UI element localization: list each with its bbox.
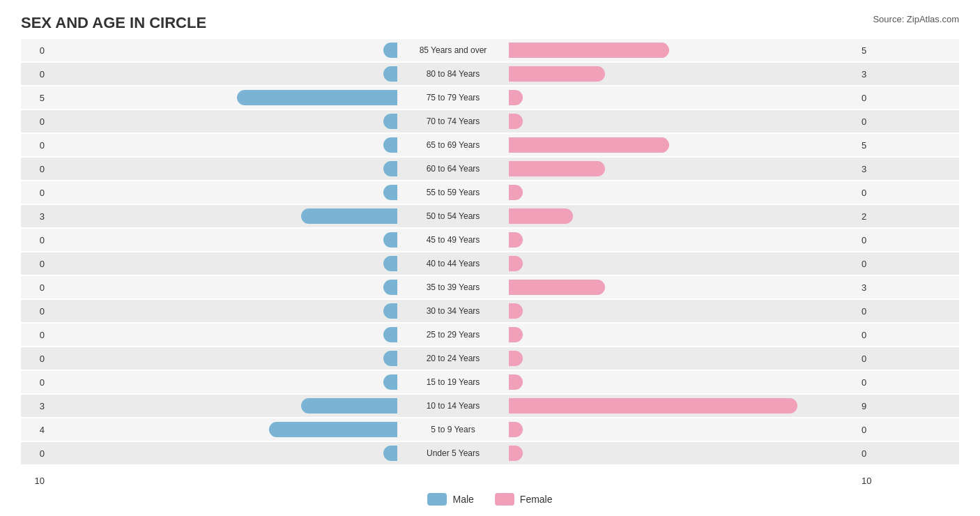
male-value: 0 bbox=[21, 164, 49, 174]
left-bar-area bbox=[49, 374, 397, 390]
table-row: 0 65 to 69 Years 5 bbox=[21, 134, 959, 156]
axis-right-label: 10 bbox=[857, 476, 885, 486]
right-bar-area bbox=[509, 422, 857, 437]
age-label: Under 5 Years bbox=[397, 448, 509, 458]
female-value: 3 bbox=[857, 69, 885, 79]
bar-male bbox=[383, 114, 397, 129]
left-bar-area bbox=[49, 232, 397, 248]
female-value: 0 bbox=[857, 306, 885, 317]
left-bar-area bbox=[49, 90, 397, 105]
female-value: 3 bbox=[857, 164, 885, 174]
age-label: 50 to 54 Years bbox=[397, 211, 509, 221]
right-bar-area bbox=[509, 208, 857, 224]
bar-male bbox=[383, 256, 397, 271]
bar-female bbox=[509, 351, 523, 366]
bar-male bbox=[383, 185, 397, 200]
female-value: 0 bbox=[857, 116, 885, 127]
right-bar-area bbox=[509, 232, 857, 248]
male-value: 0 bbox=[21, 306, 49, 317]
age-label: 70 to 74 Years bbox=[397, 116, 509, 126]
female-value: 0 bbox=[857, 235, 885, 245]
female-label: Female bbox=[520, 494, 553, 505]
age-label: 15 to 19 Years bbox=[397, 377, 509, 387]
female-value: 5 bbox=[857, 140, 885, 151]
age-label: 60 to 64 Years bbox=[397, 164, 509, 174]
bar-female bbox=[509, 422, 523, 437]
left-bar-area bbox=[49, 327, 397, 342]
bar-male bbox=[383, 303, 397, 319]
bar-female bbox=[509, 137, 669, 153]
bar-female bbox=[509, 43, 669, 58]
bar-male bbox=[383, 280, 397, 295]
right-bar-area bbox=[509, 446, 857, 461]
female-value: 0 bbox=[857, 377, 885, 388]
right-bar-area bbox=[509, 303, 857, 319]
legend-female: Female bbox=[495, 493, 553, 506]
bar-male bbox=[383, 137, 397, 153]
right-bar-area bbox=[509, 351, 857, 366]
chart-container: SEX AND AGE IN CIRCLE Source: ZipAtlas.c… bbox=[0, 0, 980, 516]
female-value: 9 bbox=[857, 401, 885, 411]
bar-male bbox=[383, 66, 397, 82]
bar-female bbox=[509, 185, 523, 200]
chart-area: 0 85 Years and over 5 0 80 to 84 Years 3… bbox=[21, 39, 959, 471]
left-bar-area bbox=[49, 422, 397, 437]
bar-female bbox=[509, 208, 573, 224]
male-value: 4 bbox=[21, 425, 49, 435]
table-row: 0 55 to 59 Years 0 bbox=[21, 181, 959, 204]
right-bar-area bbox=[509, 66, 857, 82]
table-row: 0 30 to 34 Years 0 bbox=[21, 300, 959, 322]
bar-male bbox=[383, 446, 397, 461]
bar-female bbox=[509, 280, 605, 295]
left-bar-area bbox=[49, 351, 397, 366]
bar-female bbox=[509, 374, 523, 390]
female-swatch bbox=[495, 493, 514, 506]
right-bar-area bbox=[509, 161, 857, 176]
right-bar-area bbox=[509, 185, 857, 200]
axis-row: 10 10 bbox=[21, 476, 959, 486]
female-value: 0 bbox=[857, 188, 885, 198]
right-bar-area bbox=[509, 374, 857, 390]
right-bar-area bbox=[509, 280, 857, 295]
female-value: 0 bbox=[857, 93, 885, 103]
age-label: 10 to 14 Years bbox=[397, 401, 509, 411]
male-value: 0 bbox=[21, 377, 49, 388]
table-row: 0 70 to 74 Years 0 bbox=[21, 110, 959, 132]
right-bar-area bbox=[509, 398, 857, 413]
age-label: 65 to 69 Years bbox=[397, 140, 509, 150]
male-value: 0 bbox=[21, 354, 49, 364]
table-row: 0 80 to 84 Years 3 bbox=[21, 63, 959, 85]
table-row: 0 35 to 39 Years 3 bbox=[21, 276, 959, 298]
legend-male: Male bbox=[427, 493, 473, 506]
age-label: 80 to 84 Years bbox=[397, 69, 509, 79]
bar-female bbox=[509, 66, 605, 82]
right-bar-area bbox=[509, 137, 857, 153]
chart-title: SEX AND AGE IN CIRCLE bbox=[21, 14, 959, 32]
bar-male bbox=[383, 232, 397, 248]
male-label: Male bbox=[452, 494, 473, 505]
table-row: 0 60 to 64 Years 3 bbox=[21, 158, 959, 180]
table-row: 0 15 to 19 Years 0 bbox=[21, 371, 959, 393]
bar-female bbox=[509, 327, 523, 342]
female-value: 0 bbox=[857, 330, 885, 340]
table-row: 0 Under 5 Years 0 bbox=[21, 442, 959, 464]
left-bar-area bbox=[49, 208, 397, 224]
male-value: 0 bbox=[21, 140, 49, 151]
table-row: 0 25 to 29 Years 0 bbox=[21, 324, 959, 346]
table-row: 4 5 to 9 Years 0 bbox=[21, 418, 959, 441]
age-label: 85 Years and over bbox=[397, 45, 509, 55]
left-bar-area bbox=[49, 280, 397, 295]
table-row: 0 85 Years and over 5 bbox=[21, 39, 959, 61]
table-row: 5 75 to 79 Years 0 bbox=[21, 86, 959, 109]
male-swatch bbox=[427, 493, 447, 506]
axis-left-label: 10 bbox=[21, 476, 49, 486]
right-bar-area bbox=[509, 327, 857, 342]
male-value: 5 bbox=[21, 93, 49, 103]
bar-male bbox=[383, 327, 397, 342]
table-row: 0 20 to 24 Years 0 bbox=[21, 347, 959, 370]
male-value: 0 bbox=[21, 116, 49, 127]
female-value: 0 bbox=[857, 354, 885, 364]
right-bar-area bbox=[509, 114, 857, 129]
table-row: 3 50 to 54 Years 2 bbox=[21, 205, 959, 227]
bar-female bbox=[509, 256, 523, 271]
